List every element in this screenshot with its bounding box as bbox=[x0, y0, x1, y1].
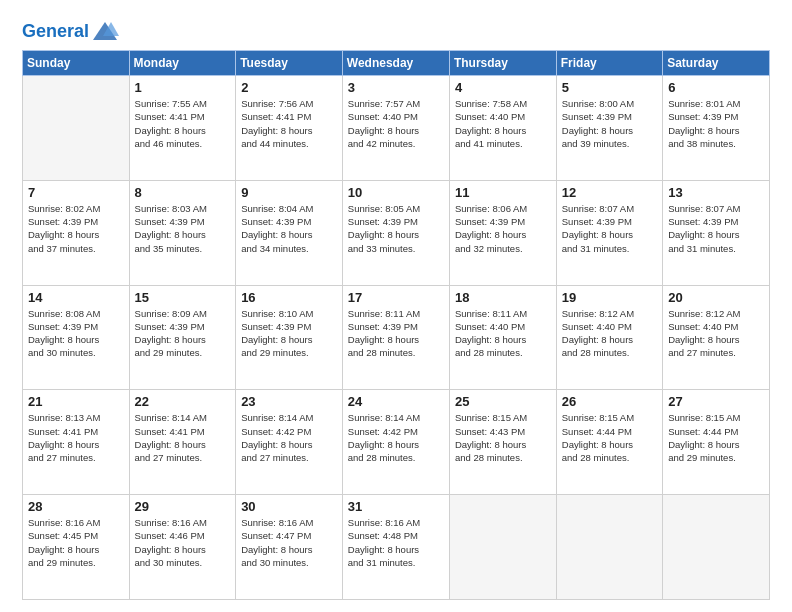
cell-info: Sunrise: 7:56 AMSunset: 4:41 PMDaylight:… bbox=[241, 97, 337, 150]
calendar-cell: 7Sunrise: 8:02 AMSunset: 4:39 PMDaylight… bbox=[23, 180, 130, 285]
cell-info: Sunrise: 8:15 AMSunset: 4:44 PMDaylight:… bbox=[562, 411, 657, 464]
day-number: 13 bbox=[668, 185, 764, 200]
calendar-cell: 4Sunrise: 7:58 AMSunset: 4:40 PMDaylight… bbox=[449, 76, 556, 181]
day-number: 23 bbox=[241, 394, 337, 409]
day-number: 5 bbox=[562, 80, 657, 95]
col-header-saturday: Saturday bbox=[663, 51, 770, 76]
cell-info: Sunrise: 8:07 AMSunset: 4:39 PMDaylight:… bbox=[562, 202, 657, 255]
calendar-cell: 24Sunrise: 8:14 AMSunset: 4:42 PMDayligh… bbox=[342, 390, 449, 495]
logo: General bbox=[22, 18, 119, 42]
day-number: 6 bbox=[668, 80, 764, 95]
col-header-monday: Monday bbox=[129, 51, 236, 76]
cell-info: Sunrise: 8:16 AMSunset: 4:47 PMDaylight:… bbox=[241, 516, 337, 569]
day-number: 11 bbox=[455, 185, 551, 200]
cell-info: Sunrise: 8:15 AMSunset: 4:43 PMDaylight:… bbox=[455, 411, 551, 464]
calendar-cell: 13Sunrise: 8:07 AMSunset: 4:39 PMDayligh… bbox=[663, 180, 770, 285]
day-number: 10 bbox=[348, 185, 444, 200]
day-number: 9 bbox=[241, 185, 337, 200]
calendar-cell: 11Sunrise: 8:06 AMSunset: 4:39 PMDayligh… bbox=[449, 180, 556, 285]
cell-info: Sunrise: 7:58 AMSunset: 4:40 PMDaylight:… bbox=[455, 97, 551, 150]
calendar-cell: 31Sunrise: 8:16 AMSunset: 4:48 PMDayligh… bbox=[342, 495, 449, 600]
calendar-cell: 29Sunrise: 8:16 AMSunset: 4:46 PMDayligh… bbox=[129, 495, 236, 600]
calendar-cell: 10Sunrise: 8:05 AMSunset: 4:39 PMDayligh… bbox=[342, 180, 449, 285]
calendar-cell: 28Sunrise: 8:16 AMSunset: 4:45 PMDayligh… bbox=[23, 495, 130, 600]
cell-info: Sunrise: 8:14 AMSunset: 4:42 PMDaylight:… bbox=[241, 411, 337, 464]
cell-info: Sunrise: 8:04 AMSunset: 4:39 PMDaylight:… bbox=[241, 202, 337, 255]
day-number: 28 bbox=[28, 499, 124, 514]
cell-info: Sunrise: 7:55 AMSunset: 4:41 PMDaylight:… bbox=[135, 97, 231, 150]
calendar-cell: 8Sunrise: 8:03 AMSunset: 4:39 PMDaylight… bbox=[129, 180, 236, 285]
day-number: 25 bbox=[455, 394, 551, 409]
day-number: 8 bbox=[135, 185, 231, 200]
col-header-wednesday: Wednesday bbox=[342, 51, 449, 76]
day-number: 24 bbox=[348, 394, 444, 409]
calendar-cell: 15Sunrise: 8:09 AMSunset: 4:39 PMDayligh… bbox=[129, 285, 236, 390]
day-number: 4 bbox=[455, 80, 551, 95]
calendar-cell: 14Sunrise: 8:08 AMSunset: 4:39 PMDayligh… bbox=[23, 285, 130, 390]
cell-info: Sunrise: 8:13 AMSunset: 4:41 PMDaylight:… bbox=[28, 411, 124, 464]
day-number: 7 bbox=[28, 185, 124, 200]
cell-info: Sunrise: 8:00 AMSunset: 4:39 PMDaylight:… bbox=[562, 97, 657, 150]
cell-info: Sunrise: 8:07 AMSunset: 4:39 PMDaylight:… bbox=[668, 202, 764, 255]
calendar-cell: 6Sunrise: 8:01 AMSunset: 4:39 PMDaylight… bbox=[663, 76, 770, 181]
calendar-cell: 22Sunrise: 8:14 AMSunset: 4:41 PMDayligh… bbox=[129, 390, 236, 495]
day-number: 31 bbox=[348, 499, 444, 514]
calendar-cell: 27Sunrise: 8:15 AMSunset: 4:44 PMDayligh… bbox=[663, 390, 770, 495]
day-number: 1 bbox=[135, 80, 231, 95]
cell-info: Sunrise: 8:06 AMSunset: 4:39 PMDaylight:… bbox=[455, 202, 551, 255]
day-number: 27 bbox=[668, 394, 764, 409]
day-number: 2 bbox=[241, 80, 337, 95]
calendar-cell: 20Sunrise: 8:12 AMSunset: 4:40 PMDayligh… bbox=[663, 285, 770, 390]
cell-info: Sunrise: 8:01 AMSunset: 4:39 PMDaylight:… bbox=[668, 97, 764, 150]
day-number: 20 bbox=[668, 290, 764, 305]
day-number: 14 bbox=[28, 290, 124, 305]
cell-info: Sunrise: 8:11 AMSunset: 4:39 PMDaylight:… bbox=[348, 307, 444, 360]
day-number: 30 bbox=[241, 499, 337, 514]
calendar-cell: 18Sunrise: 8:11 AMSunset: 4:40 PMDayligh… bbox=[449, 285, 556, 390]
cell-info: Sunrise: 8:09 AMSunset: 4:39 PMDaylight:… bbox=[135, 307, 231, 360]
cell-info: Sunrise: 8:03 AMSunset: 4:39 PMDaylight:… bbox=[135, 202, 231, 255]
header-row: General bbox=[22, 18, 770, 42]
cell-info: Sunrise: 8:12 AMSunset: 4:40 PMDaylight:… bbox=[562, 307, 657, 360]
day-number: 19 bbox=[562, 290, 657, 305]
calendar-cell bbox=[556, 495, 662, 600]
logo-icon bbox=[91, 18, 119, 46]
calendar-cell: 2Sunrise: 7:56 AMSunset: 4:41 PMDaylight… bbox=[236, 76, 343, 181]
day-number: 22 bbox=[135, 394, 231, 409]
cell-info: Sunrise: 8:08 AMSunset: 4:39 PMDaylight:… bbox=[28, 307, 124, 360]
cell-info: Sunrise: 8:14 AMSunset: 4:41 PMDaylight:… bbox=[135, 411, 231, 464]
calendar-cell: 25Sunrise: 8:15 AMSunset: 4:43 PMDayligh… bbox=[449, 390, 556, 495]
calendar-cell: 16Sunrise: 8:10 AMSunset: 4:39 PMDayligh… bbox=[236, 285, 343, 390]
cell-info: Sunrise: 8:16 AMSunset: 4:45 PMDaylight:… bbox=[28, 516, 124, 569]
calendar-cell: 9Sunrise: 8:04 AMSunset: 4:39 PMDaylight… bbox=[236, 180, 343, 285]
cell-info: Sunrise: 7:57 AMSunset: 4:40 PMDaylight:… bbox=[348, 97, 444, 150]
logo-text: General bbox=[22, 22, 89, 42]
cell-info: Sunrise: 8:16 AMSunset: 4:48 PMDaylight:… bbox=[348, 516, 444, 569]
day-number: 26 bbox=[562, 394, 657, 409]
calendar-cell: 21Sunrise: 8:13 AMSunset: 4:41 PMDayligh… bbox=[23, 390, 130, 495]
day-number: 12 bbox=[562, 185, 657, 200]
calendar-cell bbox=[23, 76, 130, 181]
day-number: 17 bbox=[348, 290, 444, 305]
col-header-friday: Friday bbox=[556, 51, 662, 76]
day-number: 18 bbox=[455, 290, 551, 305]
cell-info: Sunrise: 8:02 AMSunset: 4:39 PMDaylight:… bbox=[28, 202, 124, 255]
cell-info: Sunrise: 8:10 AMSunset: 4:39 PMDaylight:… bbox=[241, 307, 337, 360]
day-number: 21 bbox=[28, 394, 124, 409]
day-number: 16 bbox=[241, 290, 337, 305]
cell-info: Sunrise: 8:11 AMSunset: 4:40 PMDaylight:… bbox=[455, 307, 551, 360]
calendar-header-row: SundayMondayTuesdayWednesdayThursdayFrid… bbox=[23, 51, 770, 76]
cell-info: Sunrise: 8:16 AMSunset: 4:46 PMDaylight:… bbox=[135, 516, 231, 569]
calendar-cell: 5Sunrise: 8:00 AMSunset: 4:39 PMDaylight… bbox=[556, 76, 662, 181]
calendar-week-5: 28Sunrise: 8:16 AMSunset: 4:45 PMDayligh… bbox=[23, 495, 770, 600]
calendar-week-2: 7Sunrise: 8:02 AMSunset: 4:39 PMDaylight… bbox=[23, 180, 770, 285]
calendar-cell: 26Sunrise: 8:15 AMSunset: 4:44 PMDayligh… bbox=[556, 390, 662, 495]
calendar-week-4: 21Sunrise: 8:13 AMSunset: 4:41 PMDayligh… bbox=[23, 390, 770, 495]
col-header-sunday: Sunday bbox=[23, 51, 130, 76]
calendar-cell: 19Sunrise: 8:12 AMSunset: 4:40 PMDayligh… bbox=[556, 285, 662, 390]
cell-info: Sunrise: 8:14 AMSunset: 4:42 PMDaylight:… bbox=[348, 411, 444, 464]
calendar-page: General SundayMondayTuesdayWednesdayThur… bbox=[0, 0, 792, 612]
day-number: 3 bbox=[348, 80, 444, 95]
calendar-cell bbox=[449, 495, 556, 600]
col-header-tuesday: Tuesday bbox=[236, 51, 343, 76]
